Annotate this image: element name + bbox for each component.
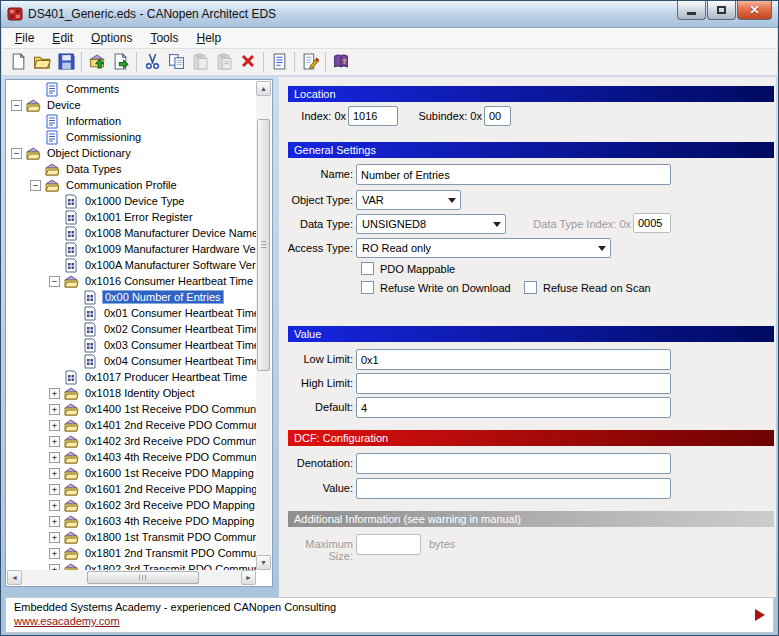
folder-icon xyxy=(44,162,60,177)
menu-help[interactable]: Help xyxy=(187,28,230,48)
tree-item[interactable]: 0x1000 Device Type xyxy=(7,193,256,209)
objdoc-icon xyxy=(63,194,79,209)
expand-icon[interactable]: + xyxy=(49,404,60,415)
menu-tools[interactable]: Tools xyxy=(141,28,187,48)
paste-special-button[interactable] xyxy=(212,51,236,74)
tree-item[interactable]: −0x1016 Consumer Heartbeat Time xyxy=(7,273,256,289)
refuse-read-checkbox[interactable]: Refuse Read on Scan xyxy=(524,281,651,294)
export-button[interactable] xyxy=(109,51,133,74)
expand-icon[interactable]: + xyxy=(49,516,60,527)
export-icon xyxy=(113,53,130,72)
title-bar[interactable]: DS401_Generic.eds - CANopen Architect ED… xyxy=(1,1,778,28)
checkbox-icon[interactable] xyxy=(361,281,374,294)
expand-icon[interactable]: + xyxy=(49,548,60,559)
tree-item[interactable]: Commissioning xyxy=(7,129,256,145)
expand-icon[interactable]: + xyxy=(49,500,60,511)
tree-item[interactable]: 0x1001 Error Register xyxy=(7,209,256,225)
tree-item[interactable]: −Device xyxy=(7,97,256,113)
high-limit-input[interactable] xyxy=(356,373,671,394)
access-type-select[interactable]: RO Read only xyxy=(356,238,611,258)
delete-button[interactable] xyxy=(236,51,260,74)
tree-hscroll-thumb[interactable] xyxy=(87,571,199,584)
help-book-button[interactable]: ? xyxy=(329,51,353,74)
book-icon: ? xyxy=(332,53,350,72)
tree-horizontal-scrollbar[interactable]: ◄ ► xyxy=(7,570,256,585)
default-input[interactable] xyxy=(356,397,671,418)
tree-item-label: 0x1801 2nd Transmit PDO Commur xyxy=(83,547,256,559)
tree-item[interactable]: +0x1602 3rd Receive PDO Mapping xyxy=(7,497,256,513)
import-button[interactable] xyxy=(85,51,109,74)
tree-item[interactable]: +0x1601 2nd Receive PDO Mapping xyxy=(7,481,256,497)
menu-file[interactable]: File xyxy=(6,28,43,48)
scroll-left-icon[interactable]: ◄ xyxy=(7,570,22,585)
tree-item[interactable]: +0x1600 1st Receive PDO Mapping xyxy=(7,465,256,481)
tree-item[interactable]: 0x00 Number of Entries xyxy=(7,289,256,305)
data-type-select[interactable]: UNSIGNED8 xyxy=(356,214,506,234)
esacademy-link[interactable]: www.esacademy.com xyxy=(14,615,120,627)
pdo-mappable-checkbox[interactable]: PDO Mappable xyxy=(361,262,455,275)
subindex-input[interactable] xyxy=(484,106,511,126)
tree-item[interactable]: 0x04 Consumer Heartbeat Time xyxy=(7,353,256,369)
maximize-button[interactable] xyxy=(707,1,736,20)
tree-item[interactable]: +0x1802 3rd Transmit PDO Commun xyxy=(7,561,256,570)
tree-item[interactable]: +0x1603 4th Receive PDO Mapping xyxy=(7,513,256,529)
denotation-input[interactable] xyxy=(356,453,671,474)
expand-icon[interactable]: + xyxy=(49,436,60,447)
tree-item[interactable]: 0x03 Consumer Heartbeat Time xyxy=(7,337,256,353)
tree-item[interactable]: +0x1018 Identity Object xyxy=(7,385,256,401)
collapse-icon[interactable]: − xyxy=(30,180,41,191)
menu-edit[interactable]: Edit xyxy=(43,28,82,48)
close-button[interactable]: ✕ xyxy=(737,1,772,20)
save-file-button[interactable] xyxy=(54,51,78,74)
tree-item[interactable]: 0x1017 Producer Heartbeat Time xyxy=(7,369,256,385)
tree-item[interactable]: +0x1403 4th Receive PDO Commun xyxy=(7,449,256,465)
new-file-button[interactable] xyxy=(6,51,30,74)
checkbox-icon[interactable] xyxy=(361,262,374,275)
expand-icon[interactable]: + xyxy=(49,420,60,431)
tree-item[interactable]: +0x1801 2nd Transmit PDO Commur xyxy=(7,545,256,561)
tree-item[interactable]: 0x1008 Manufacturer Device Name xyxy=(7,225,256,241)
tree-item[interactable]: +0x1800 1st Transmit PDO Communi xyxy=(7,529,256,545)
check-eds-button[interactable] xyxy=(298,51,322,74)
tree-item[interactable]: −Object Dictionary xyxy=(7,145,256,161)
tree-item-label: Object Dictionary xyxy=(45,147,133,159)
expand-icon[interactable]: + xyxy=(49,468,60,479)
minimize-button[interactable] xyxy=(677,1,706,20)
report-button[interactable] xyxy=(267,51,291,74)
refuse-write-checkbox[interactable]: Refuse Write on Download xyxy=(361,281,511,294)
expand-icon[interactable]: + xyxy=(49,388,60,399)
open-file-button[interactable] xyxy=(30,51,54,74)
paste-button[interactable] xyxy=(188,51,212,74)
index-input[interactable] xyxy=(348,106,398,126)
collapse-icon[interactable]: − xyxy=(11,100,22,111)
tree-item[interactable]: Information xyxy=(7,113,256,129)
tree-item[interactable]: +0x1401 2nd Receive PDO Commur xyxy=(7,417,256,433)
tree-item[interactable]: 0x100A Manufacturer Software Ver xyxy=(7,257,256,273)
scroll-down-icon[interactable]: ▼ xyxy=(256,555,271,570)
scroll-right-icon[interactable]: ► xyxy=(241,570,256,585)
tree-item[interactable]: 0x01 Consumer Heartbeat Time xyxy=(7,305,256,321)
tree-item[interactable]: +0x1400 1st Receive PDO Communi xyxy=(7,401,256,417)
dcf-value-input[interactable] xyxy=(356,478,671,499)
copy-button[interactable] xyxy=(164,51,188,74)
collapse-icon[interactable]: − xyxy=(11,148,22,159)
cut-button[interactable] xyxy=(140,51,164,74)
expand-icon[interactable]: + xyxy=(49,452,60,463)
checkbox-icon[interactable] xyxy=(524,281,537,294)
tree-item[interactable]: +0x1402 3rd Receive PDO Commun xyxy=(7,433,256,449)
object-type-select[interactable]: VAR xyxy=(356,190,461,210)
tree-item[interactable]: −Communication Profile xyxy=(7,177,256,193)
expand-icon[interactable]: + xyxy=(49,484,60,495)
tree-item[interactable]: 0x1009 Manufacturer Hardware Ve xyxy=(7,241,256,257)
scroll-up-icon[interactable]: ▲ xyxy=(256,81,271,96)
tree-item[interactable]: 0x02 Consumer Heartbeat Time xyxy=(7,321,256,337)
tree-vertical-scrollbar[interactable]: ▲ ▼ xyxy=(256,81,271,570)
tree-vscroll-thumb[interactable] xyxy=(257,119,270,371)
low-limit-input[interactable] xyxy=(356,349,671,370)
expand-icon[interactable]: + xyxy=(49,532,60,543)
tree-item[interactable]: Comments xyxy=(7,81,256,97)
collapse-icon[interactable]: − xyxy=(49,276,60,287)
tree-item[interactable]: Data Types xyxy=(7,161,256,177)
menu-options[interactable]: Options xyxy=(82,28,141,48)
name-input[interactable] xyxy=(356,164,671,185)
